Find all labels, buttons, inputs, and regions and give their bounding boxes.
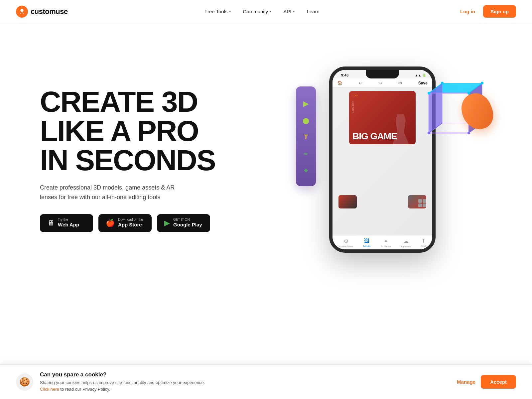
orange-blob-shape	[462, 93, 495, 133]
hero-section: CREATE 3D LIKE A PRO IN SECONDS Create p…	[0, 23, 532, 289]
navbar: customuse Free Tools ▾ Community ▾ API ▾…	[0, 0, 532, 23]
tab-ai-media[interactable]: ✦ AI Media	[381, 238, 391, 248]
photo-thumbnail-1	[338, 195, 357, 208]
phone-canvas-area: >>> GAME DAY BIG GAME	[332, 88, 432, 235]
logo-text: customuse	[31, 7, 68, 16]
chevrons-decoration: >>>	[352, 94, 357, 97]
login-button[interactable]: Log in	[456, 6, 479, 17]
app-store-button[interactable]: 🍎 Download on the App Store	[98, 214, 152, 232]
pen-shape: ✒	[303, 150, 309, 158]
canvas-sports-card: >>> GAME DAY BIG GAME	[349, 91, 416, 144]
logo-icon	[16, 6, 28, 18]
web-app-button[interactable]: 🖥 Try the Web App	[40, 214, 93, 232]
phone-bottom-tabs: ⚙ Accessories 🖼 Media ✦ AI Media ☁ Uploa…	[332, 235, 432, 249]
hero-phone-mockup: ▶ ⬤ T ✒ ◆ 9:43 ▲▲ 🔋 🏠 ↩ ↪ ✉	[299, 60, 492, 259]
svg-point-6	[441, 82, 444, 84]
3d-panel-element: ▶ ⬤ T ✒ ◆	[296, 86, 316, 186]
hero-headline: CREATE 3D LIKE A PRO IN SECONDS	[40, 87, 215, 175]
signal-icons: ▲▲ 🔋	[415, 73, 426, 77]
hero-subtext: Create professional 3D models, game asse…	[40, 183, 186, 202]
letter-t-shape: T	[304, 133, 308, 141]
signup-button[interactable]: Sign up	[483, 5, 516, 18]
nav-item-community[interactable]: Community ▾	[238, 6, 276, 17]
hero-cta-buttons: 🖥 Try the Web App 🍎 Download on the App …	[40, 214, 215, 232]
nav-actions: Log in Sign up	[456, 5, 516, 18]
accessories-icon: ⚙	[344, 238, 348, 244]
google-play-button[interactable]: ▶ GET IT ON Google Play	[157, 214, 210, 232]
tab-uploads[interactable]: ☁ Uploads	[401, 238, 411, 248]
circle-shape: ⬤	[303, 117, 309, 124]
logo[interactable]: customuse	[16, 6, 68, 18]
phone-toolbar: 🏠 ↩ ↪ ✉ Save	[332, 78, 432, 88]
monitor-icon: 🖥	[47, 219, 55, 227]
media-icon: 🖼	[364, 238, 369, 244]
share-icon: ✉	[398, 80, 402, 85]
home-icon: 🏠	[337, 80, 342, 85]
phone-save-button[interactable]: Save	[418, 81, 428, 85]
tab-accessories[interactable]: ⚙ Accessories	[339, 238, 353, 248]
player-silhouette	[392, 114, 409, 144]
google-play-icon: ▶	[164, 219, 170, 227]
apple-icon: 🍎	[106, 219, 115, 227]
chevron-down-icon: ▾	[269, 9, 271, 14]
svg-line-9	[469, 83, 482, 93]
nav-item-api[interactable]: API ▾	[279, 6, 299, 17]
chevron-down-icon: ▾	[229, 9, 231, 14]
svg-line-11	[469, 123, 482, 133]
undo-icon: ↩	[359, 80, 362, 85]
hero-content: CREATE 3D LIKE A PRO IN SECONDS Create p…	[40, 87, 215, 232]
svg-point-0	[20, 9, 23, 12]
diamond-shape: ◆	[304, 167, 308, 173]
chevron-down-icon: ▾	[293, 9, 295, 14]
tab-text[interactable]: T Text	[421, 238, 426, 248]
nav-links: Free Tools ▾ Community ▾ API ▾ Learn	[200, 6, 324, 17]
phone-screen: 9:43 ▲▲ 🔋 🏠 ↩ ↪ ✉ Save	[332, 70, 432, 249]
tab-media[interactable]: 🖼 Media	[363, 238, 371, 248]
grid-icon	[418, 199, 426, 207]
phone-device: 9:43 ▲▲ 🔋 🏠 ↩ ↪ ✉ Save	[329, 66, 436, 253]
canvas-content: >>> GAME DAY BIG GAME	[332, 88, 432, 235]
svg-point-7	[481, 82, 483, 84]
ai-media-icon: ✦	[384, 238, 388, 244]
svg-point-5	[467, 132, 470, 134]
phone-notch	[366, 70, 399, 78]
text-icon: T	[422, 238, 425, 244]
orange-shape-inner	[457, 89, 497, 134]
triangle-shape: ▶	[303, 99, 309, 108]
nav-item-free-tools[interactable]: Free Tools ▾	[200, 6, 236, 17]
redo-icon: ↪	[378, 80, 382, 85]
svg-point-3	[467, 92, 470, 94]
nav-item-learn[interactable]: Learn	[302, 6, 324, 17]
uploads-icon: ☁	[403, 238, 409, 244]
